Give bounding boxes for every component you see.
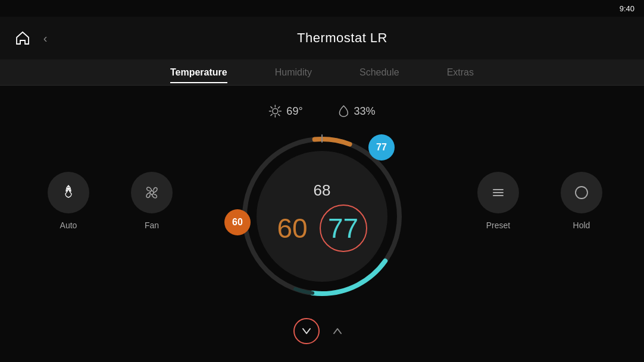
hold-label: Hold [573,221,590,230]
tab-temperature[interactable]: Temperature [170,62,227,83]
current-temp: 68 [314,181,331,200]
high-temp-circle: 77 [320,204,367,252]
svg-point-0 [273,109,278,114]
low-temp-display: 60 [277,212,307,244]
chevron-up-icon [332,325,343,337]
svg-point-16 [150,191,154,194]
hold-icon [571,182,592,203]
temp-adjust-controls [293,318,351,344]
outdoor-temp: 69° [268,105,302,118]
status-bar: 9:40 [620,0,634,17]
auto-icon [58,182,79,203]
tab-bar: Temperature Humidity Schedule Extras [0,59,644,86]
humidity-value: 33% [354,105,376,118]
main-content: 69° 33% 60 77 [0,86,644,362]
fan-button[interactable] [131,172,173,213]
high-temp-display: 77 [328,212,358,244]
high-temp-handle[interactable]: 77 [368,134,395,160]
back-button[interactable]: ‹ [38,27,52,49]
clock: 9:40 [620,4,634,13]
tick-mark [321,134,323,143]
page-title: Thermostat LR [52,30,632,46]
low-temp-handle[interactable]: 60 [224,209,251,235]
hold-button[interactable] [561,172,602,213]
hold-control: Hold [561,172,602,230]
thermostat-control[interactable]: 60 77 68 60 77 [233,127,411,306]
svg-line-6 [278,114,279,115]
preset-icon [487,182,509,203]
tab-extras[interactable]: Extras [447,62,474,83]
sun-icon [268,105,282,118]
tab-humidity[interactable]: Humidity [275,62,312,83]
preset-button[interactable] [477,172,519,213]
fan-control: Fan [131,172,173,230]
info-row: 69° 33% [268,105,375,118]
decrease-button[interactable] [293,318,320,344]
water-drop-icon [339,105,349,118]
auto-label: Auto [60,221,77,230]
preset-label: Preset [486,221,510,230]
fan-icon [141,182,162,203]
svg-line-8 [271,114,272,115]
auto-button[interactable] [48,172,89,213]
preset-control: Preset [477,172,519,230]
tab-schedule[interactable]: Schedule [359,62,399,83]
home-button[interactable] [12,27,33,49]
thermostat-inner: 68 60 77 [257,151,387,282]
increase-button[interactable] [324,318,351,344]
humidity-info: 33% [339,105,376,118]
svg-line-5 [271,107,272,108]
chevron-down-icon [301,325,312,337]
outdoor-temp-value: 69° [286,105,302,118]
svg-point-20 [576,187,587,199]
svg-line-7 [278,107,279,108]
auto-control: Auto [48,172,89,230]
fan-label: Fan [145,221,159,230]
temp-values: 60 77 [277,204,367,252]
top-nav: ‹ Thermostat LR [0,17,644,59]
